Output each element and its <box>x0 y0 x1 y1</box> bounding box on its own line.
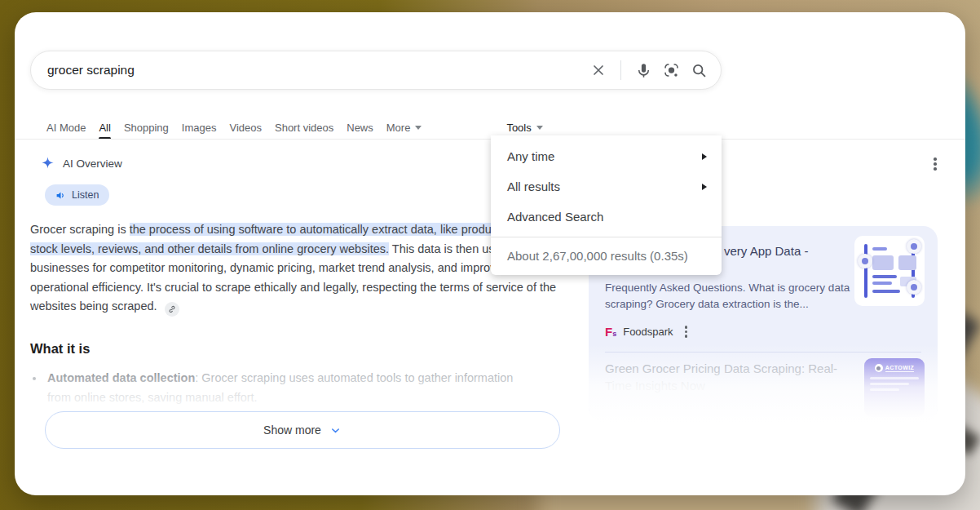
actowiz-logo-icon <box>875 364 883 372</box>
result-2-title-line2: Time Insights Now <box>605 379 866 392</box>
menu-item-label: Any time <box>507 149 702 163</box>
source-link-icon[interactable] <box>165 302 179 317</box>
listen-button[interactable]: Listen <box>45 184 109 206</box>
result-tabs: AI Mode All Shopping Images Videos Short… <box>46 116 543 139</box>
listen-label: Listen <box>72 189 99 201</box>
searchbar-divider <box>620 60 621 80</box>
tabs-divider <box>15 139 965 140</box>
search-icon[interactable] <box>691 62 708 79</box>
tab-shopping[interactable]: Shopping <box>124 116 169 139</box>
submenu-arrow-icon <box>702 184 707 190</box>
foodspark-logo-icon: Fs <box>605 326 616 338</box>
bullet-dot <box>33 377 36 380</box>
show-more-button[interactable]: Show more <box>45 411 560 449</box>
results-count: About 2,67,00,000 results (0.35s) <box>491 237 722 275</box>
tab-ai-mode[interactable]: AI Mode <box>46 116 86 139</box>
tab-images[interactable]: Images <box>182 116 217 139</box>
result-1-source-name: Foodspark <box>623 326 673 338</box>
menu-item-label: All results <box>507 180 702 193</box>
ai-sparkle-icon <box>40 156 55 171</box>
tab-short-videos[interactable]: Short videos <box>275 116 333 139</box>
search-bar[interactable] <box>30 51 722 90</box>
panel-divider <box>605 352 921 353</box>
menu-item-advanced-search[interactable]: Advanced Search <box>491 202 722 232</box>
ai-overview-header: AI Overview <box>40 156 122 171</box>
tab-all[interactable]: All <box>99 116 110 139</box>
result-2-thumbnail[interactable]: ACTOWIZ <box>864 358 925 417</box>
result-2-title-line1[interactable]: Green Grocer Pricing Data Scraping: Real… <box>605 361 866 375</box>
submenu-arrow-icon <box>702 153 707 160</box>
bullet-text: Automated data collection: Grocer scrapi… <box>47 369 538 407</box>
tab-tools-label: Tools <box>506 122 531 134</box>
menu-item-any-time[interactable]: Any time <box>491 141 722 171</box>
search-results-page: AI Mode All Shopping Images Videos Short… <box>15 12 965 495</box>
result-1-overflow-icon[interactable] <box>685 326 688 338</box>
chevron-down-icon <box>329 424 342 437</box>
actowiz-brand-name: ACTOWIZ <box>885 365 914 372</box>
chevron-down-icon <box>415 126 422 130</box>
show-more-label: Show more <box>263 424 321 437</box>
microphone-icon[interactable] <box>635 62 652 79</box>
paragraph-lead: Grocer scraping is <box>30 223 130 236</box>
tab-news[interactable]: News <box>347 116 373 139</box>
menu-item-all-results[interactable]: All results <box>491 171 722 202</box>
result-1-snippet: Frequently Asked Questions. What is groc… <box>605 280 856 313</box>
tab-more-label: More <box>386 122 411 134</box>
clear-icon[interactable] <box>590 62 607 78</box>
speaker-icon <box>55 190 66 201</box>
tab-more[interactable]: More <box>386 116 422 139</box>
section-heading: What it is <box>30 341 90 357</box>
overflow-menu-icon[interactable] <box>929 157 941 172</box>
ai-overview-paragraph: Grocer scraping is the process of using … <box>30 220 562 317</box>
thumbnail-text-lines <box>864 377 925 391</box>
tools-dropdown-menu: Any time All results Advanced Search Abo… <box>491 135 722 275</box>
result-1-thumbnail[interactable] <box>854 236 925 306</box>
result-1-title[interactable]: very App Data - <box>724 244 808 258</box>
bullet-term: Automated data collection <box>47 371 195 384</box>
chevron-down-icon <box>536 126 543 130</box>
search-input[interactable] <box>47 63 590 78</box>
result-1-source: Fs Foodspark <box>605 326 687 338</box>
bullet-item: Automated data collection: Grocer scrapi… <box>33 369 538 407</box>
tab-videos[interactable]: Videos <box>229 116 262 139</box>
ai-overview-title: AI Overview <box>63 157 122 170</box>
google-lens-icon[interactable] <box>663 62 680 79</box>
actowiz-logo: ACTOWIZ <box>864 364 925 372</box>
menu-item-label: Advanced Search <box>507 210 707 224</box>
